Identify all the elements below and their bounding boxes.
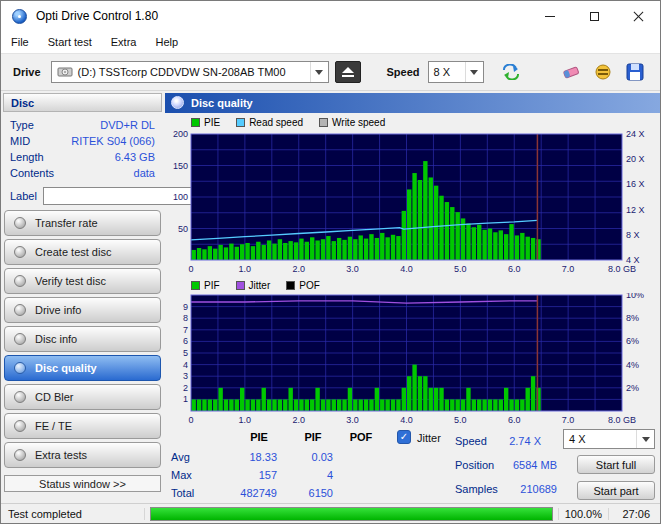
- start-part-button[interactable]: Start part: [577, 481, 655, 500]
- sidebar-item-create-test-disc[interactable]: Create test disc: [4, 239, 161, 265]
- maximize-button[interactable]: [572, 1, 616, 31]
- elapsed-time: 27:06: [608, 508, 660, 520]
- menu-file[interactable]: File: [11, 36, 29, 48]
- info-row-type: Type DVD+R DL: [10, 117, 155, 133]
- svg-text:1: 1: [183, 394, 188, 404]
- svg-text:0: 0: [188, 415, 193, 425]
- panel-header: Disc quality: [165, 93, 660, 113]
- row-label-avg: Avg: [171, 451, 190, 463]
- legend-item-pof: POF: [286, 280, 320, 291]
- svg-text:3: 3: [183, 371, 188, 381]
- colors-button[interactable]: [590, 60, 616, 84]
- row-label-total: Total: [171, 487, 194, 499]
- svg-text:2: 2: [183, 383, 188, 393]
- menu-start-test[interactable]: Start test: [48, 36, 92, 48]
- progress-percent: 100.0%: [558, 508, 608, 520]
- sidebar-item-cd-bler[interactable]: CD Bler: [4, 384, 161, 410]
- svg-text:50: 50: [178, 224, 188, 234]
- sidebar-item-disc-quality[interactable]: Disc quality: [4, 355, 161, 381]
- svg-text:8.0 GB: 8.0 GB: [608, 415, 636, 425]
- panel-title: Disc quality: [191, 97, 253, 109]
- sidebar-item-extra-tests[interactable]: Extra tests: [4, 442, 161, 468]
- sidebar-item-disc-info[interactable]: Disc info: [4, 326, 161, 352]
- drive-icon: [57, 65, 73, 79]
- pie-chart: 501001502004 X8 X12 X16 X20 X24 X01.02.0…: [165, 130, 660, 276]
- svg-text:1.0: 1.0: [239, 264, 252, 274]
- pof-swatch: [286, 281, 295, 290]
- disc-info-icon: [14, 333, 26, 345]
- svg-text:100: 100: [173, 192, 188, 202]
- svg-text:4%: 4%: [626, 360, 639, 370]
- toolbar: Drive (D:) TSSTcorp CDDVDW SN-208AB TM00…: [1, 53, 660, 91]
- status-window-button[interactable]: Status window >>: [4, 475, 161, 492]
- total-pif: 6150: [273, 487, 333, 499]
- svg-text:4.0: 4.0: [400, 415, 413, 425]
- svg-text:7: 7: [183, 325, 188, 335]
- sidebar-item-verify-test-disc[interactable]: Verify test disc: [4, 268, 161, 294]
- window-title: Opti Drive Control 1.80: [36, 9, 158, 23]
- start-full-button[interactable]: Start full: [577, 455, 655, 474]
- svg-text:7.0: 7.0: [562, 264, 575, 274]
- legend-item-jitter: Jitter: [236, 280, 271, 291]
- minimize-button[interactable]: [528, 1, 572, 31]
- svg-text:16 X: 16 X: [626, 179, 645, 189]
- speed-select[interactable]: 8 X: [428, 61, 484, 83]
- legend-item-write-speed: Write speed: [319, 117, 385, 128]
- drive-value: (D:) TSSTcorp CDDVDW SN-208AB TM00: [78, 66, 286, 78]
- legend-pie: PIE Read speed Write speed: [165, 115, 660, 130]
- sidebar-item-transfer-rate[interactable]: Transfer rate: [4, 210, 161, 236]
- close-button[interactable]: [616, 1, 660, 31]
- menu-help[interactable]: Help: [155, 36, 178, 48]
- eject-icon: [341, 66, 355, 78]
- sidebar-item-fe-te[interactable]: FE / TE: [4, 413, 161, 439]
- scan-speed-select[interactable]: 4 X: [563, 429, 655, 449]
- cd-bler-icon: [14, 391, 26, 403]
- svg-text:3.0: 3.0: [346, 264, 359, 274]
- svg-text:1.0: 1.0: [239, 415, 252, 425]
- disc-group-header: Disc: [3, 93, 162, 112]
- svg-text:24 X: 24 X: [626, 130, 645, 139]
- jitter-checkbox[interactable]: [397, 430, 411, 444]
- sidebar: Disc Type DVD+R DL MID RITEK S04 (066) L…: [3, 93, 162, 505]
- colors-icon: [594, 63, 612, 81]
- jitter-checkbox-label: Jitter: [417, 432, 441, 444]
- svg-text:0: 0: [188, 264, 193, 274]
- info-row-contents: Contents data: [10, 165, 155, 181]
- svg-text:8: 8: [183, 313, 188, 323]
- disc-info-table: Type DVD+R DL MID RITEK S04 (066) Length…: [3, 112, 162, 183]
- eraser-icon: [561, 63, 581, 81]
- svg-text:7.0: 7.0: [562, 415, 575, 425]
- samples-value: 210689: [495, 483, 557, 495]
- total-pie: 482749: [215, 487, 277, 499]
- legend-pif: PIF Jitter POF: [165, 278, 660, 293]
- save-icon: [626, 63, 644, 81]
- fe-te-icon: [14, 420, 26, 432]
- svg-text:4.0: 4.0: [400, 264, 413, 274]
- drive-select[interactable]: (D:) TSSTcorp CDDVDW SN-208AB TM00: [51, 61, 329, 83]
- erase-disc-button[interactable]: [558, 60, 584, 84]
- eject-button[interactable]: [335, 61, 361, 83]
- col-header-pie: PIE: [229, 431, 289, 443]
- svg-text:20 X: 20 X: [626, 154, 645, 164]
- minimize-icon: [545, 16, 555, 17]
- disc-quality-header-icon: [171, 96, 184, 109]
- legend-item-pie: PIE: [191, 117, 220, 128]
- sidebar-item-drive-info[interactable]: Drive info: [4, 297, 161, 323]
- label-row: Label: [3, 183, 162, 207]
- max-pie: 157: [215, 469, 277, 481]
- svg-text:150: 150: [173, 161, 188, 171]
- app-icon: [12, 9, 27, 24]
- stats-panel: PIE PIF POF Jitter Avg Max Total 18.33 1…: [165, 429, 660, 511]
- svg-text:2.0: 2.0: [292, 415, 305, 425]
- max-pif: 4: [273, 469, 333, 481]
- save-button[interactable]: [622, 60, 648, 84]
- speed-stat-label: Speed: [455, 435, 487, 447]
- chevron-down-icon: [310, 62, 328, 82]
- pie-swatch: [191, 118, 200, 127]
- read-speed-swatch: [236, 118, 245, 127]
- maximize-icon: [590, 12, 599, 21]
- speed-stat-value: 2.74 X: [495, 435, 541, 447]
- avg-pif: 0.03: [273, 451, 333, 463]
- refresh-button[interactable]: [498, 60, 524, 84]
- menu-extra[interactable]: Extra: [111, 36, 137, 48]
